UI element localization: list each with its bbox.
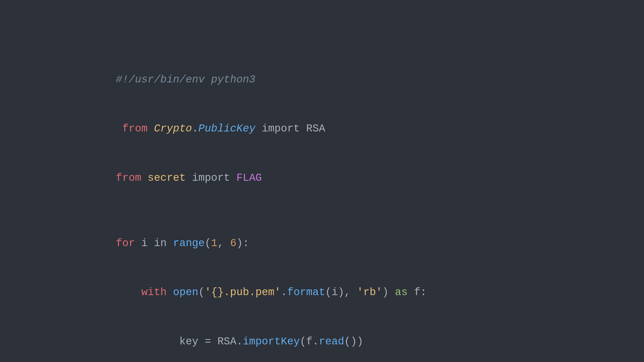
line-comment: #!/usr/bin/env python3: [91, 55, 446, 104]
keyword-from-2: from: [116, 172, 148, 184]
submodule-publickey: PublicKey: [198, 123, 256, 135]
num-6: 6: [230, 237, 236, 249]
keyword-import-2: import: [192, 172, 230, 184]
method-read: read: [319, 336, 344, 348]
keyword-from-1: from: [116, 123, 154, 135]
module-crypto: Crypto: [154, 123, 192, 135]
func-range: range: [173, 237, 205, 249]
rsa-ref: RSA: [217, 336, 236, 348]
str-pub-pem: '{}.pub.pem': [205, 286, 281, 298]
shebang-comment: #!/usr/bin/env python3: [116, 74, 256, 86]
keyword-in: in: [154, 237, 167, 249]
method-importkey: importKey: [243, 336, 300, 348]
var-key: key: [179, 336, 198, 348]
line-with1: with open('{}.pub.pem'.format(i), 'rb') …: [91, 268, 446, 317]
module-secret: secret: [148, 172, 186, 184]
str-rb: 'rb': [357, 286, 382, 298]
line-import1: from Crypto.PublicKey import RSA: [91, 104, 446, 153]
func-open-1: open: [173, 286, 198, 298]
keyword-as-1: as: [395, 286, 408, 298]
keyword-import-1: import: [262, 123, 300, 135]
num-1: 1: [211, 237, 217, 249]
line-key-assign: key = RSA.importKey(f.read()): [91, 317, 446, 362]
var-f-1: f: [414, 286, 420, 298]
var-i: i: [141, 237, 148, 249]
rsa-name: RSA: [306, 123, 325, 135]
line-import2: from secret import FLAG: [91, 154, 446, 203]
method-format-1: format: [287, 286, 325, 298]
code-block: #!/usr/bin/env python3 from Crypto.Publi…: [70, 40, 466, 362]
keyword-with-1: with: [141, 286, 167, 298]
line-for: for i in range(1, 6):: [91, 219, 446, 268]
keyword-for: for: [116, 237, 135, 249]
flag-name: FLAG: [236, 172, 262, 184]
empty-line-1: [91, 203, 446, 219]
